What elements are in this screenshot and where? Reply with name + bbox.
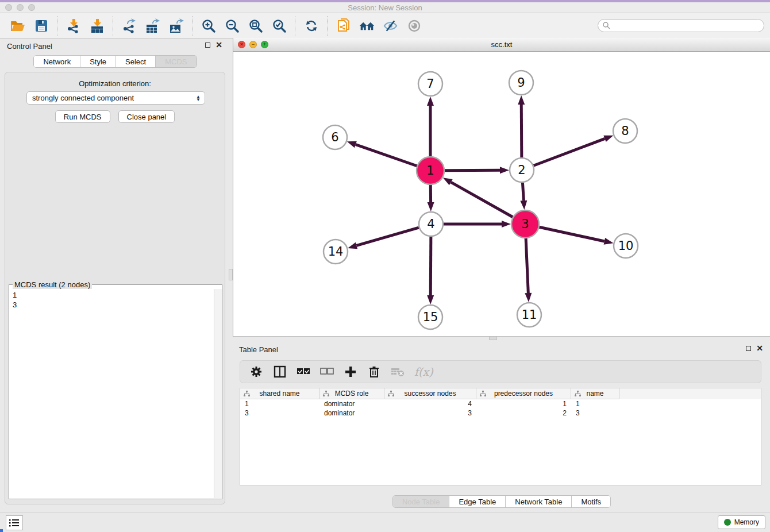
graph-node-label: 6 [331, 130, 338, 144]
export-image-icon[interactable] [168, 18, 184, 33]
table-row[interactable]: 1dominator411 [240, 399, 761, 408]
mcds-result-line: 1 [13, 290, 210, 300]
graph-edge-3-10[interactable] [539, 227, 604, 241]
column-header-successor-nodes[interactable]: successor nodes [384, 388, 476, 399]
deselect-all-columns-icon[interactable] [320, 365, 334, 379]
search-icon [602, 21, 610, 31]
table-cell[interactable]: 3 [240, 408, 319, 418]
table-cell[interactable]: 3 [384, 408, 476, 418]
application-window: Session: New Session [0, 0, 770, 532]
column-layout-icon[interactable] [273, 365, 287, 379]
first-neighbors-icon[interactable] [359, 18, 375, 33]
dropdown-stepper-icon: ▲▼ [196, 95, 201, 101]
import-table-icon[interactable] [89, 18, 105, 33]
tab-network[interactable]: Network [34, 56, 80, 67]
table-panel-close-icon[interactable]: ✕ [756, 345, 763, 352]
graph-edge-2-8[interactable] [534, 138, 605, 165]
graph-edge-4-14[interactable] [357, 228, 419, 245]
delete-table-icon[interactable] [391, 365, 405, 379]
graph-node-label: 7 [426, 77, 434, 91]
memory-button[interactable]: Memory [718, 515, 765, 529]
node-table: shared nameMCDS rolesuccessor nodesprede… [240, 388, 761, 485]
zoom-in-icon[interactable] [201, 18, 216, 33]
table-toolbar: f(x) [240, 360, 761, 383]
toolbar-separator [113, 16, 113, 36]
network-canvas[interactable]: 7968124314101511 [233, 52, 770, 336]
clone-network-icon[interactable] [336, 18, 351, 33]
mcds-result-scrollbar[interactable] [214, 289, 222, 498]
hide-selected-icon[interactable] [383, 18, 398, 33]
network-window-title: scc.txt [233, 40, 770, 49]
graph-edge-1-6[interactable] [356, 145, 417, 166]
settings-gear-icon[interactable] [249, 365, 263, 379]
window-title: Session: New Session [0, 3, 770, 12]
zoom-selected-icon[interactable] [271, 18, 287, 33]
network-window-titlebar: × – + scc.txt [233, 38, 770, 52]
graph-node-label: 4 [427, 217, 434, 231]
select-all-columns-icon[interactable] [297, 365, 310, 379]
task-history-button[interactable] [6, 515, 23, 530]
graph-edge-2-3[interactable] [522, 183, 523, 201]
graph-edge-3-11[interactable] [526, 238, 528, 293]
toolbar-separator [327, 16, 328, 36]
search-input[interactable] [598, 19, 764, 32]
column-header-name[interactable]: name [571, 388, 619, 399]
close-panel-button[interactable]: Close panel [118, 110, 175, 123]
mcds-result-line: 3 [13, 300, 210, 310]
tab-mcds[interactable]: MCDS [156, 56, 196, 67]
apply-layout-icon[interactable] [303, 18, 319, 33]
table-cell[interactable]: 1 [571, 399, 619, 408]
save-session-icon[interactable] [33, 18, 49, 33]
graph-node-label: 11 [522, 308, 537, 322]
table-cell[interactable]: 1 [240, 399, 319, 408]
vertical-splitter-grip[interactable] [229, 269, 233, 280]
export-network-icon[interactable] [121, 18, 137, 33]
column-header-label: successor nodes [404, 390, 456, 398]
tab-node-table[interactable]: Node Table [393, 496, 450, 507]
focus-corner-mark [0, 529, 3, 532]
graph-edge-2-9[interactable] [521, 105, 522, 157]
table-cell[interactable]: 2 [476, 408, 571, 418]
table-row[interactable]: 3dominator323 [240, 408, 761, 418]
mcds-panel: Optimization criterion: strongly connect… [5, 72, 225, 504]
node-table-header: shared nameMCDS rolesuccessor nodesprede… [240, 388, 761, 399]
add-row-icon[interactable] [344, 365, 357, 379]
graph-edge-3-1[interactable] [451, 182, 513, 217]
tab-edge-table[interactable]: Edge Table [449, 496, 506, 507]
tab-motifs[interactable]: Motifs [572, 496, 610, 507]
run-mcds-button[interactable]: Run MCDS [55, 110, 110, 123]
tab-style[interactable]: Style [80, 56, 116, 67]
graph-node-label: 2 [518, 163, 525, 177]
table-panel-title: Table Panel [239, 345, 278, 354]
graph-edge-1-2[interactable] [445, 170, 500, 171]
table-cell[interactable]: 1 [476, 399, 571, 408]
table-cell[interactable]: 4 [384, 399, 476, 408]
delete-row-icon[interactable] [367, 365, 381, 379]
column-type-icon [323, 391, 329, 399]
zoom-fit-icon[interactable] [248, 18, 263, 33]
zoom-out-icon[interactable] [224, 18, 240, 33]
column-header-label: MCDS role [335, 390, 369, 398]
memory-label: Memory [734, 518, 759, 526]
control-panel-close-icon[interactable]: ✕ [215, 42, 222, 48]
tab-network-table[interactable]: Network Table [506, 496, 572, 507]
show-all-icon[interactable] [406, 18, 422, 33]
export-table-icon[interactable] [145, 18, 160, 33]
column-header-MCDS-role[interactable]: MCDS role [319, 388, 384, 399]
table-cell[interactable]: dominator [319, 399, 384, 408]
table-cell[interactable]: 3 [571, 408, 619, 418]
function-builder-icon[interactable]: f(x) [414, 365, 433, 378]
control-panel-float-icon[interactable] [205, 43, 210, 48]
tab-select[interactable]: Select [116, 56, 156, 67]
column-header-predecessor-nodes[interactable]: predecessor nodes [476, 388, 571, 399]
column-header-label: predecessor nodes [494, 390, 553, 398]
graph-edge-4-15[interactable] [430, 237, 431, 295]
import-network-icon[interactable] [66, 18, 81, 33]
column-header-label: shared name [259, 390, 299, 398]
open-session-icon[interactable] [10, 18, 25, 33]
table-panel: Table Panel ✕ [233, 342, 770, 512]
optimization-criterion-dropdown[interactable]: strongly connected component ▲▼ [26, 91, 205, 105]
table-panel-float-icon[interactable] [746, 346, 751, 351]
column-header-shared-name[interactable]: shared name [240, 388, 319, 399]
table-cell[interactable]: dominator [319, 408, 384, 418]
